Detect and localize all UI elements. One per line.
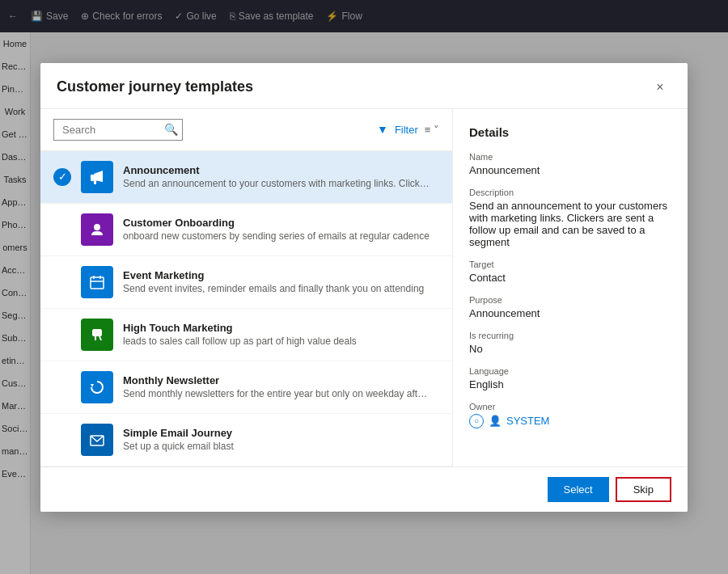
- template-item-customer-onboarding[interactable]: Customer Onboarding onboard new customer…: [40, 204, 452, 256]
- template-desc: leads to sales call follow up as part of…: [123, 336, 430, 347]
- dialog-footer: Select Skip: [40, 466, 688, 512]
- sort-icons: ≡ ˅: [425, 124, 439, 136]
- field-label-recurring: Is recurring: [469, 331, 671, 340]
- detail-recurring-field: Is recurring No: [469, 331, 671, 355]
- template-info-high-touch-marketing: High Touch Marketing leads to sales call…: [123, 322, 439, 347]
- svg-rect-2: [94, 180, 96, 184]
- template-desc: onboard new customers by sending series …: [123, 230, 430, 242]
- template-dialog: Customer journey templates × 🔍 ▼ Filter …: [40, 63, 688, 512]
- detail-language-field: Language English: [469, 366, 671, 390]
- template-list-panel: 🔍 ▼ Filter ≡ ˅ ✓: [40, 109, 453, 466]
- search-icon: 🔍: [164, 123, 178, 136]
- field-label-description: Description: [469, 188, 671, 197]
- detail-description-field: Description Send an announcement to your…: [469, 188, 671, 248]
- svg-rect-0: [91, 175, 94, 181]
- selected-check-icon: ✓: [53, 168, 71, 186]
- field-value-description: Send an announcement to your customers w…: [469, 200, 671, 248]
- field-value-name: Announcement: [469, 164, 671, 176]
- detail-purpose-field: Purpose Announcement: [469, 295, 671, 319]
- template-info-monthly-newsletter: Monthly Newsletter Send monthly newslett…: [123, 374, 439, 399]
- template-name: Event Marketing: [123, 269, 439, 281]
- owner-person-icon: 👤: [489, 415, 502, 427]
- template-desc: Set up a quick email blast: [123, 441, 430, 452]
- field-value-target: Contact: [469, 272, 671, 284]
- svg-marker-1: [94, 171, 103, 182]
- template-list: ✓ Announcement Send an announcement to y…: [40, 151, 452, 466]
- search-bar: 🔍 ▼ Filter ≡ ˅: [40, 109, 452, 151]
- owner-value[interactable]: SYSTEM: [506, 415, 549, 427]
- modal-overlay: Customer journey templates × 🔍 ▼ Filter …: [0, 0, 728, 574]
- details-section-title: Details: [469, 125, 671, 139]
- field-value-language: English: [469, 378, 671, 390]
- skip-button[interactable]: Skip: [616, 477, 671, 502]
- svg-rect-4: [91, 277, 104, 289]
- template-name: Customer Onboarding: [123, 217, 439, 229]
- template-item-event-marketing[interactable]: Event Marketing Send event invites, remi…: [40, 256, 452, 309]
- filter-label: Filter: [395, 124, 418, 136]
- template-info-simple-email-journey: Simple Email Journey Set up a quick emai…: [123, 427, 439, 452]
- select-button[interactable]: Select: [548, 477, 609, 502]
- template-icon-simple-email-journey: [81, 424, 113, 456]
- detail-name-field: Name Announcement: [469, 152, 671, 176]
- svg-marker-8: [91, 384, 94, 387]
- template-desc: Send an announcement to your customers w…: [123, 178, 430, 189]
- detail-owner-field: Owner ○ 👤 SYSTEM: [469, 402, 671, 428]
- field-label-target: Target: [469, 260, 671, 269]
- template-name: High Touch Marketing: [123, 322, 439, 334]
- template-icon-high-touch-marketing: [81, 319, 113, 351]
- field-value-purpose: Announcement: [469, 307, 671, 319]
- dialog-header: Customer journey templates ×: [40, 63, 688, 109]
- owner-row: ○ 👤 SYSTEM: [469, 414, 671, 428]
- template-item-simple-email-journey[interactable]: Simple Email Journey Set up a quick emai…: [40, 414, 452, 466]
- template-info-event-marketing: Event Marketing Send event invites, remi…: [123, 269, 439, 294]
- template-item-high-touch-marketing[interactable]: High Touch Marketing leads to sales call…: [40, 309, 452, 361]
- template-name: Simple Email Journey: [123, 427, 439, 439]
- details-panel: Details Name Announcement Description Se…: [453, 109, 688, 466]
- template-info-customer-onboarding: Customer Onboarding onboard new customer…: [123, 217, 439, 242]
- svg-point-3: [94, 224, 100, 230]
- template-name: Announcement: [123, 164, 439, 176]
- template-info-announcement: Announcement Send an announcement to you…: [123, 164, 439, 189]
- dialog-title: Customer journey templates: [57, 78, 253, 95]
- detail-target-field: Target Contact: [469, 260, 671, 284]
- template-item-monthly-newsletter[interactable]: Monthly Newsletter Send monthly newslett…: [40, 361, 452, 414]
- dialog-close-button[interactable]: ×: [649, 76, 671, 99]
- field-value-recurring: No: [469, 343, 671, 355]
- search-input-wrap: 🔍: [53, 119, 183, 141]
- field-label-purpose: Purpose: [469, 295, 671, 305]
- filter-icon: ▼: [377, 123, 388, 136]
- template-icon-announcement: [81, 161, 113, 193]
- template-desc: Send event invites, reminder emails and …: [123, 283, 430, 294]
- field-label-name: Name: [469, 152, 671, 162]
- field-label-language: Language: [469, 366, 671, 376]
- dialog-body: 🔍 ▼ Filter ≡ ˅ ✓: [40, 109, 688, 466]
- template-icon-customer-onboarding: [81, 213, 113, 246]
- template-name: Monthly Newsletter: [123, 374, 439, 386]
- field-label-owner: Owner: [469, 402, 671, 412]
- search-input[interactable]: [53, 119, 183, 141]
- template-icon-monthly-newsletter: [81, 371, 113, 403]
- template-desc: Send monthly newsletters for the entire …: [123, 388, 430, 399]
- template-icon-event-marketing: [81, 266, 113, 298]
- filter-button[interactable]: ▼ Filter ≡ ˅: [377, 123, 439, 136]
- template-item-announcement[interactable]: ✓ Announcement Send an announcement to y…: [40, 151, 452, 204]
- owner-circle-icon: ○: [469, 414, 484, 428]
